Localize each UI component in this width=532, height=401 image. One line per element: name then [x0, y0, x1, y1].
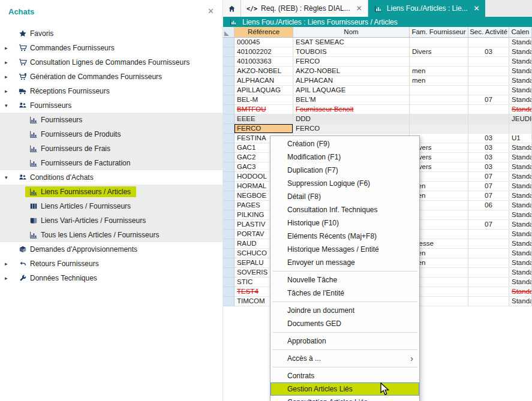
sidebar-item[interactable]: Fournisseurs — [0, 113, 223, 127]
expand-arrow-icon[interactable]: ▸ — [5, 45, 14, 51]
cell-cal[interactable]: Standard — [509, 201, 532, 210]
cell-ref[interactable]: BEL-M — [235, 95, 293, 105]
context-menu-item[interactable]: Documents GED — [270, 317, 419, 330]
sidebar-item[interactable]: ▸Réceptions Fournisseurs — [0, 84, 223, 98]
row-selector[interactable] — [223, 278, 235, 287]
cell-sec[interactable] — [468, 258, 509, 268]
cell-sec[interactable] — [468, 76, 509, 86]
cell-ref[interactable]: FERCO — [235, 124, 293, 134]
tab-requete[interactable]: </> Req. (REB) : Règles DIAL... ✕ — [241, 0, 368, 17]
row-selector[interactable] — [223, 162, 235, 172]
cell-nom[interactable]: AKZO-NOBEL — [293, 67, 410, 76]
sidebar-item[interactable]: Fournisseurs de Produits — [0, 127, 223, 141]
table-row[interactable]: APILLAQUAGAPIL LAQUAGEStandard — [223, 86, 532, 95]
sidebar-item[interactable]: Favoris — [0, 26, 223, 41]
close-icon[interactable]: ✕ — [356, 4, 362, 13]
cell-cal[interactable]: Standard — [509, 95, 532, 105]
row-selector[interactable] — [223, 76, 235, 86]
sidebar-item[interactable]: Tous les Liens Articles / Fournisseurs — [0, 228, 223, 242]
cell-sec[interactable]: 03 — [468, 143, 509, 153]
row-selector[interactable] — [223, 114, 235, 124]
table-row[interactable]: 401002202TOUBOISDivers03Standard — [223, 47, 532, 57]
row-selector[interactable] — [223, 86, 235, 95]
cell-cal[interactable]: Standard — [509, 182, 532, 191]
row-selector[interactable] — [223, 105, 235, 114]
cell-cal[interactable]: Standard — [509, 230, 532, 239]
cell-cal[interactable]: Standard — [509, 249, 532, 258]
row-selector[interactable] — [223, 153, 235, 162]
cell-ref[interactable]: BMTFOU — [235, 105, 293, 114]
close-icon[interactable]: ✕ — [208, 7, 214, 15]
context-menu-item[interactable]: Suppression Logique (F6) — [270, 177, 419, 190]
sidebar-item[interactable]: ▸Commandes Fournisseurs — [0, 41, 223, 55]
cell-cal[interactable]: Standard — [509, 297, 532, 306]
context-menu-item[interactable]: Historique Messages / Entité — [270, 243, 419, 256]
close-icon[interactable]: ✕ — [474, 4, 480, 13]
expand-arrow-icon[interactable]: ▾ — [5, 174, 14, 180]
select-all-corner[interactable] — [223, 27, 235, 38]
table-row[interactable]: 401003363FERCOStandard — [223, 57, 532, 67]
row-selector[interactable] — [223, 172, 235, 182]
cell-cal[interactable]: Standard — [509, 220, 532, 230]
cell-sec[interactable]: 07 — [468, 95, 509, 105]
cell-cal[interactable] — [509, 124, 532, 134]
cell-ref[interactable]: 000045 — [235, 38, 293, 47]
cell-ref[interactable]: APILLAQUAG — [235, 86, 293, 95]
cell-sec[interactable]: 06 — [468, 201, 509, 210]
cell-cal[interactable]: Standard — [509, 105, 532, 114]
cell-cal[interactable]: JEUDI — [509, 114, 532, 124]
cell-fam[interactable]: men — [410, 67, 468, 76]
cell-cal[interactable]: Standard — [509, 76, 532, 86]
cell-nom[interactable]: ESAT SEMEAC — [293, 38, 410, 47]
cell-cal[interactable]: Standard — [509, 67, 532, 76]
cell-cal[interactable]: Standard — [509, 210, 532, 220]
row-selector[interactable] — [223, 287, 235, 297]
context-menu-item[interactable]: Joindre un document — [270, 304, 419, 317]
tab-liens-fou-articles[interactable]: Liens Fou./Articles : Lie... ✕ — [368, 0, 485, 17]
row-selector[interactable] — [223, 230, 235, 239]
cell-sec[interactable]: 07 — [468, 172, 509, 182]
row-selector[interactable] — [223, 297, 235, 306]
column-header[interactable]: Fam. Fournisseur — [410, 27, 468, 38]
sidebar-item[interactable]: ▾Fournisseurs — [0, 98, 223, 113]
cell-sec[interactable]: 03 — [468, 47, 509, 57]
column-header[interactable]: Calen — [509, 27, 532, 38]
cell-fam[interactable] — [410, 38, 468, 47]
context-menu-item[interactable]: Création (F9) — [270, 137, 419, 150]
sidebar-item[interactable]: ▸Données Techniques — [0, 271, 223, 285]
cell-sec[interactable] — [468, 67, 509, 76]
cell-cal[interactable]: Standard — [509, 239, 532, 249]
column-header[interactable]: Référence — [235, 27, 293, 38]
cell-cal[interactable]: Standard — [509, 268, 532, 278]
cell-nom[interactable]: BEL'M — [293, 95, 410, 105]
context-menu-item[interactable]: Accès à ...› — [270, 352, 419, 365]
sidebar-item[interactable]: Liens Articles / Fournisseurs — [0, 199, 223, 213]
cell-ref[interactable]: ALPHACAN — [235, 76, 293, 86]
sidebar-item[interactable]: Liens Vari-Articles / Fournisseurs — [0, 213, 223, 228]
cell-cal[interactable]: Standard — [509, 258, 532, 268]
cell-cal[interactable]: Standard — [509, 57, 532, 67]
cell-sec[interactable]: 07 — [468, 220, 509, 230]
context-menu-item[interactable]: Détail (F8) — [270, 190, 419, 203]
expand-arrow-icon[interactable]: ▸ — [5, 88, 14, 94]
expand-arrow-icon[interactable]: ▸ — [5, 74, 14, 80]
cell-cal[interactable]: Standard — [509, 191, 532, 201]
context-menu-item[interactable]: Gestion Articles Liés — [270, 382, 419, 396]
cell-fam[interactable] — [410, 105, 468, 114]
cell-ref[interactable]: 401002202 — [235, 47, 293, 57]
cell-sec[interactable] — [468, 210, 509, 220]
cell-cal[interactable]: U1 — [509, 134, 532, 143]
cell-fam[interactable]: Divers — [410, 47, 468, 57]
row-selector[interactable] — [223, 182, 235, 191]
context-menu-item[interactable]: Contrats — [270, 369, 419, 382]
context-menu-item[interactable]: Consultation Articles Liés — [270, 396, 419, 401]
context-menu-item[interactable]: Historique (F10) — [270, 216, 419, 230]
context-menu-item[interactable]: Consultation Inf. Techniques — [270, 203, 419, 216]
row-selector[interactable] — [223, 220, 235, 230]
row-selector[interactable] — [223, 268, 235, 278]
cell-sec[interactable] — [468, 230, 509, 239]
cell-sec[interactable] — [468, 249, 509, 258]
table-row[interactable]: ALPHACANALPHACANmenStandard — [223, 76, 532, 86]
cell-fam[interactable] — [410, 95, 468, 105]
cell-fam[interactable] — [410, 86, 468, 95]
